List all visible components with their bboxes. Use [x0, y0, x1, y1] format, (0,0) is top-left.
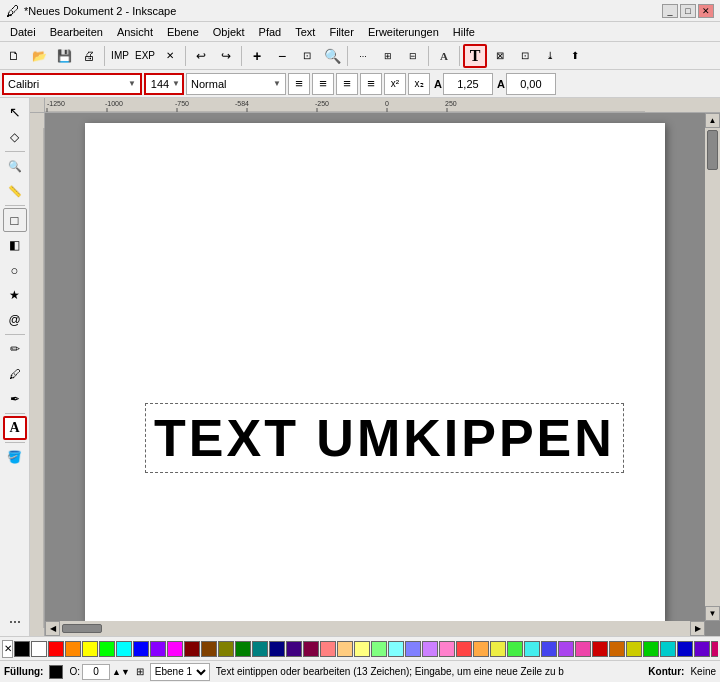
color-swatch-2[interactable]	[48, 641, 64, 657]
export-button[interactable]: EXP	[133, 44, 157, 68]
hscroll-thumb[interactable]	[62, 624, 102, 633]
tb-extra4[interactable]: ⊠	[488, 44, 512, 68]
menu-pfad[interactable]: Pfad	[253, 24, 288, 40]
fill-swatch[interactable]	[49, 665, 63, 679]
text-tool-button[interactable]: T	[463, 44, 487, 68]
color-swatch-28[interactable]	[490, 641, 506, 657]
vscroll-up-button[interactable]: ▲	[705, 113, 720, 128]
align-right-button[interactable]: ≡	[336, 73, 358, 95]
color-swatch-39[interactable]	[677, 641, 693, 657]
layer-selector[interactable]: Ebene 1	[150, 663, 210, 681]
color-swatch-12[interactable]	[218, 641, 234, 657]
zoom-select-button[interactable]: 🔍	[320, 44, 344, 68]
fill-tool-button[interactable]: 🪣	[3, 445, 27, 469]
color-swatch-37[interactable]	[643, 641, 659, 657]
color-swatch-6[interactable]	[116, 641, 132, 657]
print-button[interactable]: 🖨	[77, 44, 101, 68]
color-swatch-19[interactable]	[337, 641, 353, 657]
hscroll-right-button[interactable]: ▶	[690, 621, 705, 636]
open-button[interactable]: 📂	[27, 44, 51, 68]
align-justify-button[interactable]: ≡	[360, 73, 382, 95]
spiral-tool-button[interactable]: @	[3, 308, 27, 332]
color-swatch-33[interactable]	[575, 641, 591, 657]
color-swatch-13[interactable]	[235, 641, 251, 657]
rect-tool-button[interactable]: □	[3, 208, 27, 232]
color-swatch-9[interactable]	[167, 641, 183, 657]
cube-tool-button[interactable]: ◧	[3, 233, 27, 257]
color-swatch-40[interactable]	[694, 641, 710, 657]
more-tools-button[interactable]: ⋯	[3, 610, 27, 634]
color-swatch-30[interactable]	[524, 641, 540, 657]
color-swatch-41[interactable]	[711, 641, 718, 657]
zoom-fit-button[interactable]: ⊡	[295, 44, 319, 68]
maximize-button[interactable]: □	[680, 4, 696, 18]
color-swatch-15[interactable]	[269, 641, 285, 657]
superscript-button[interactable]: x²	[384, 73, 406, 95]
no-color-button[interactable]: ✕	[2, 640, 13, 658]
tb-extra5[interactable]: ⊡	[513, 44, 537, 68]
menu-text[interactable]: Text	[289, 24, 321, 40]
color-swatch-35[interactable]	[609, 641, 625, 657]
font-style-selector[interactable]: Normal ▼	[186, 73, 286, 95]
font-size-selector[interactable]: 144 ▼	[144, 73, 184, 95]
horizontal-scrollbar[interactable]: ◀ ▶	[45, 621, 705, 636]
new-button[interactable]: 🗋	[2, 44, 26, 68]
menu-bearbeiten[interactable]: Bearbeiten	[44, 24, 109, 40]
color-swatch-14[interactable]	[252, 641, 268, 657]
subscript-button[interactable]: x₂	[408, 73, 430, 95]
pencil-tool-button[interactable]: ✏	[3, 337, 27, 361]
measure-tool-button[interactable]: 📏	[3, 179, 27, 203]
menu-erweiterungen[interactable]: Erweiterungen	[362, 24, 445, 40]
zoom-out-button[interactable]: −	[270, 44, 294, 68]
undo-button[interactable]: ↩	[189, 44, 213, 68]
color-swatch-20[interactable]	[354, 641, 370, 657]
color-swatch-11[interactable]	[201, 641, 217, 657]
opacity-input[interactable]	[82, 664, 110, 680]
menu-ebene[interactable]: Ebene	[161, 24, 205, 40]
redo-button[interactable]: ↪	[214, 44, 238, 68]
color-swatch-3[interactable]	[65, 641, 81, 657]
color-swatch-8[interactable]	[150, 641, 166, 657]
char-spacing-input[interactable]: 0,00	[506, 73, 556, 95]
color-swatch-23[interactable]	[405, 641, 421, 657]
color-swatch-25[interactable]	[439, 641, 455, 657]
tb-extra3[interactable]: ⊟	[401, 44, 425, 68]
font-name-selector[interactable]: Calibri ▼	[2, 73, 142, 95]
tb-extra2[interactable]: ⊞	[376, 44, 400, 68]
menu-hilfe[interactable]: Hilfe	[447, 24, 481, 40]
vscroll-thumb[interactable]	[707, 130, 718, 170]
color-swatch-38[interactable]	[660, 641, 676, 657]
import-button[interactable]: IMP	[108, 44, 132, 68]
color-swatch-17[interactable]	[303, 641, 319, 657]
menu-datei[interactable]: Datei	[4, 24, 42, 40]
save-button[interactable]: 💾	[52, 44, 76, 68]
vertical-scrollbar[interactable]: ▲ ▼	[705, 113, 720, 621]
color-swatch-29[interactable]	[507, 641, 523, 657]
star-tool-button[interactable]: ★	[3, 283, 27, 307]
menu-ansicht[interactable]: Ansicht	[111, 24, 159, 40]
menu-objekt[interactable]: Objekt	[207, 24, 251, 40]
vscroll-down-button[interactable]: ▼	[705, 606, 720, 621]
color-swatch-34[interactable]	[592, 641, 608, 657]
color-swatch-1[interactable]	[31, 641, 47, 657]
pen-tool-button[interactable]: 🖊	[3, 362, 27, 386]
zoom-in-button[interactable]: +	[245, 44, 269, 68]
zoom-tool-button[interactable]: 🔍	[3, 154, 27, 178]
tb-letters[interactable]: A	[432, 44, 456, 68]
minimize-button[interactable]: _	[662, 4, 678, 18]
color-swatch-31[interactable]	[541, 641, 557, 657]
close-button[interactable]: ✕	[698, 4, 714, 18]
calligraphy-tool-button[interactable]: ✒	[3, 387, 27, 411]
canvas-area[interactable]: -1250 -1000 -750 -584 -250 0 250	[30, 98, 720, 636]
color-swatch-4[interactable]	[82, 641, 98, 657]
color-swatch-26[interactable]	[456, 641, 472, 657]
align-left-button[interactable]: ≡	[288, 73, 310, 95]
canvas-text[interactable]: TEXT UMKIPPEN	[145, 403, 624, 473]
select-tool-button[interactable]: ↖	[3, 100, 27, 124]
hscroll-left-button[interactable]: ◀	[45, 621, 60, 636]
color-swatch-0[interactable]	[14, 641, 30, 657]
tb-extra1[interactable]: ···	[351, 44, 375, 68]
color-swatch-5[interactable]	[99, 641, 115, 657]
color-swatch-36[interactable]	[626, 641, 642, 657]
color-swatch-21[interactable]	[371, 641, 387, 657]
